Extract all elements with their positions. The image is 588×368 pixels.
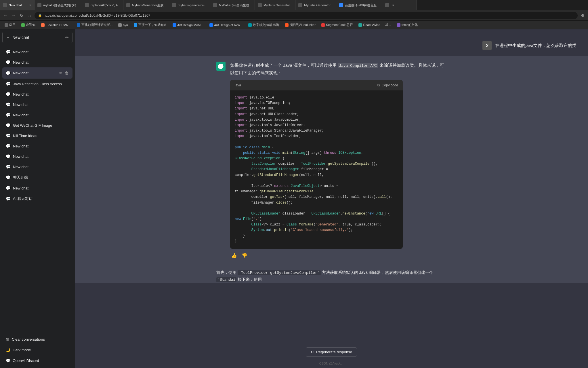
home-button[interactable]: ⌂ [26, 12, 33, 19]
bookmark-label-segfault: SegmentFault 思否 [326, 23, 353, 27]
sidebar-item-12[interactable]: 💬 New chat [2, 162, 72, 172]
bookmark-amap[interactable]: React AMap — 基... [356, 22, 393, 28]
copy-code-button[interactable]: ⧉ Copy code [377, 83, 398, 87]
bookmark-flowable[interactable]: Flowable BPMN... [39, 23, 73, 27]
sidebar-label-3: New chat [13, 71, 56, 75]
chat-icon-5: 💬 [6, 92, 11, 96]
bookmark-label-amap: React AMap — 基... [363, 23, 391, 27]
sidebar-label-11: New chat [13, 154, 69, 159]
chat-icon-11: 💬 [6, 154, 11, 159]
tab-ja[interactable]: Ja... [382, 0, 417, 10]
bookmark-label-ayu: ayu [123, 23, 128, 27]
user-text: 在进程中生成的java文件，怎么获取它的类 [495, 41, 576, 49]
tab-baidu-translate[interactable]: 百度翻译-200种语言互... [336, 0, 382, 10]
sidebar-item-15[interactable]: 💬 AI 聊天对话 [2, 193, 72, 204]
sidebar-item-4[interactable]: 💬 Java Reflection Class Access [2, 79, 72, 89]
item-actions-3: ✏ 🗑 [59, 70, 69, 76]
discord-icon: 💬 [6, 358, 10, 363]
delete-action-icon[interactable]: 🗑 [64, 70, 69, 76]
sidebar-item-9[interactable]: 💬 Kill Time Ideas [2, 130, 72, 141]
sidebar-item-7[interactable]: 💬 New chat [2, 110, 72, 120]
code-line-clazz: Class<?> clazz = Class.forName("Generate… [235, 222, 398, 227]
regenerate-bar: ↻ Regenerate response [75, 344, 588, 360]
bookmark-label-fetch: fetch的文化 [402, 23, 418, 27]
sidebar-bottom: 🗑 Clear conversations 🌙 Dark mode 💬 Open… [0, 332, 75, 368]
bookmark-segfault[interactable]: SegmentFault 思否 [319, 22, 355, 28]
main-content: X 在进程中生成的java文件，怎么获取它的类 如果你在运行时生成了一个 Jav… [75, 29, 588, 368]
sidebar-item-5[interactable]: 💬 New chat [2, 89, 72, 99]
tab-title-8: MyBatis Generator... [304, 3, 333, 7]
bookmark-apps[interactable]: 应用 [2, 22, 18, 28]
tab-mybatis-gen-2[interactable]: mybatis-generator-... [169, 0, 210, 10]
code-line-6: import javax.tools.JavaFileObject; [235, 123, 398, 128]
sidebar-item-2[interactable]: 💬 New chat [2, 57, 72, 67]
bookmark-favicon-apps [5, 23, 8, 27]
sidebar-item-13[interactable]: 💬 聊天开始 [2, 172, 72, 183]
tab-favicon-10 [385, 3, 389, 7]
tab-replace[interactable]: replaceAll("xxxx", F... [82, 0, 123, 10]
code-block-header: java ⧉ Copy code [230, 80, 403, 90]
tab-mybatis-gen-4[interactable]: MyBatis Generator... [295, 0, 336, 10]
bookmark-digital[interactable]: 数字移交pc端-蓝海 [246, 22, 282, 28]
bookmark-favicon-segfault [321, 23, 325, 27]
bookmark-eolinker[interactable]: 项目列表-eoLinker [283, 22, 318, 28]
nav-bar: ← → ↻ ⌂ 🔒 https://chat.openai.com/chat/c… [0, 10, 588, 21]
sidebar-item-10[interactable]: 💬 New chat [2, 141, 72, 151]
sidebar-item-14[interactable]: 💬 New chat [2, 183, 72, 193]
sidebar-label-4: Java Reflection Class Access [13, 82, 69, 86]
copyright-text: CSDN @Ayu大... [75, 360, 588, 368]
bookmark-antd-mobile[interactable]: Ant Design Mobil... [170, 23, 206, 27]
tab-close-1[interactable]: × [29, 3, 31, 7]
tab-mybatis-gen-1[interactable]: MybatisGenerator生成... [123, 0, 169, 10]
ai-text: 如果你在运行时生成了一个 Java 源文件，可以通过使用 Java Compil… [230, 62, 446, 259]
sidebar-label-8: Get WeChat GIF Image [13, 123, 69, 128]
dark-mode-button[interactable]: 🌙 Dark mode [2, 345, 72, 355]
chat-icon-8: 💬 [6, 123, 11, 128]
tab-favicon-2 [37, 3, 41, 7]
clear-conversations-button[interactable]: 🗑 Clear conversations [2, 334, 72, 344]
reload-button[interactable]: ↻ [18, 12, 25, 19]
sidebar-item-6[interactable]: 💬 New chat [2, 99, 72, 110]
edit-action-icon[interactable]: ✏ [59, 70, 63, 76]
tab-title-6: MyBatis代码自动生成... [219, 3, 252, 7]
bookmark-antd-react[interactable]: Ant Design of Rea... [207, 23, 245, 27]
sidebar: ＋ New chat ✏ 💬 New chat 💬 New chat 💬 New… [0, 29, 75, 368]
thumbs-up-button[interactable]: 👍 [230, 252, 238, 259]
bookmark-northwest[interactable]: 西北勘测设计研究所... [75, 22, 115, 28]
bookmark-label-eolinker: 项目列表-eoLinker [290, 23, 316, 27]
thumbs-down-button[interactable]: 👎 [240, 252, 249, 259]
chat-icon-13: 💬 [6, 175, 11, 180]
sidebar-item-1[interactable]: 💬 New chat [2, 47, 72, 57]
sidebar-item-8[interactable]: 💬 Get WeChat GIF Image [2, 120, 72, 130]
tab-mybatis-1[interactable]: mybatis自动生成的代码... [35, 0, 82, 10]
sidebar-label-12: New chat [13, 165, 69, 169]
tab-title-5: mybatis-generator-... [178, 3, 207, 7]
bookmark-welcome[interactable]: 欢迎你 [19, 22, 38, 28]
tab-favicon-9 [339, 3, 343, 7]
bookmark-ayu[interactable]: ayu [116, 23, 130, 27]
refresh-icon: ↻ [311, 350, 314, 354]
chat-icon-1: 💬 [6, 50, 11, 54]
extensions-button[interactable]: ⚙ [579, 12, 586, 19]
chat-icon-9: 💬 [6, 133, 11, 138]
bookmark-label-welcome: 欢迎你 [26, 23, 35, 27]
new-chat-button[interactable]: ＋ New chat ✏ [2, 32, 72, 43]
tab-favicon-3 [85, 3, 89, 7]
tab-new-chat[interactable]: New chat × [0, 0, 35, 10]
chat-icon-14: 💬 [6, 186, 11, 190]
tab-favicon-5 [172, 3, 176, 7]
sidebar-item-11[interactable]: 💬 New chat [2, 151, 72, 162]
forward-button[interactable]: → [10, 12, 17, 19]
bookmark-label-antd-react: Ant Design of Rea... [214, 23, 242, 27]
code-line-task: compiler.getTask(null, fileManager, null… [235, 194, 398, 200]
tab-mybatis-gen-3[interactable]: MyBatis Generator... [255, 0, 295, 10]
bookmark-baidu[interactable]: 百度一下，你就知道 [131, 22, 169, 28]
back-button[interactable]: ← [2, 12, 9, 19]
tab-mybatis-code[interactable]: MyBatis代码自动生成... [210, 0, 255, 10]
openai-discord-button[interactable]: 💬 OpenAI Discord [2, 356, 72, 366]
sidebar-label-15: AI 聊天对话 [13, 196, 69, 201]
regenerate-button[interactable]: ↻ Regenerate response [306, 347, 357, 357]
sidebar-item-3[interactable]: 💬 New chat ✏ 🗑 [2, 67, 72, 79]
address-bar[interactable]: 🔒 https://chat.openai.com/chat/c1d0af4b-… [35, 12, 578, 19]
bookmark-fetch[interactable]: fetch的文化 [395, 22, 420, 28]
